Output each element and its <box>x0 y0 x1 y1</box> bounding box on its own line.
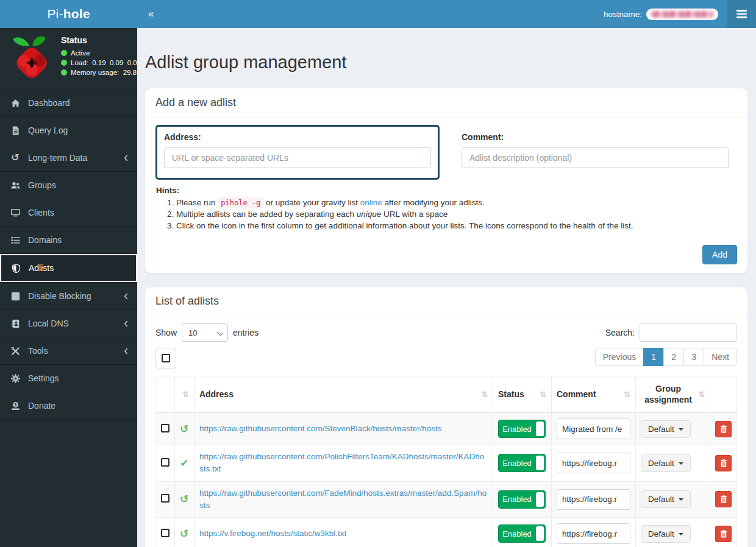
pagination-page-1[interactable]: 1 <box>643 348 664 366</box>
column-label: Group assignment <box>641 384 696 405</box>
list-health-cell[interactable]: ✔ <box>175 445 194 482</box>
row-comment-input[interactable] <box>557 418 630 439</box>
sidebar-item-local-dns[interactable]: Local DNS <box>0 310 137 337</box>
redaction-blur <box>651 11 713 18</box>
column-header-icon[interactable]: ⇅ <box>175 376 194 413</box>
pihole-app: Pi-hole « hostname: <box>0 0 756 547</box>
caret-down-icon <box>679 498 683 501</box>
list-health-cell[interactable]: ↺ <box>175 481 194 518</box>
row-checkbox[interactable] <box>161 494 169 503</box>
comment-label: Comment: <box>462 132 729 142</box>
address-book-icon <box>9 319 21 328</box>
pagination-page-3[interactable]: 3 <box>683 348 704 366</box>
group-assignment-dropdown[interactable]: Default <box>641 420 691 438</box>
status-toggle-enabled[interactable]: Enabled <box>498 524 546 543</box>
group-assignment-dropdown[interactable]: Default <box>641 454 691 472</box>
status-memory: Memory usage: 29.8 % <box>61 69 137 76</box>
top-navbar: Pi-hole « hostname: <box>0 0 756 28</box>
file-icon <box>9 126 21 135</box>
status-active: Active <box>61 49 137 57</box>
sidebar-item-domains[interactable]: Domains <box>0 227 137 254</box>
status-toggle-enabled[interactable]: Enabled <box>498 454 546 472</box>
sidebar-item-groups[interactable]: Groups <box>0 172 137 199</box>
row-checkbox[interactable] <box>161 458 169 467</box>
pagination-next[interactable]: Next <box>704 348 737 366</box>
column-header-del <box>710 376 737 413</box>
sidebar-item-adlists[interactable]: Adlists <box>0 254 137 283</box>
sort-icon[interactable]: ⇅ <box>481 390 488 399</box>
column-header-group-assignment[interactable]: Group assignment⇅ <box>636 376 710 413</box>
delete-row-button[interactable] <box>715 491 732 507</box>
svg-text:$: $ <box>14 402 16 407</box>
sidebar-item-disable-blocking[interactable]: Disable Blocking <box>0 283 137 310</box>
status-toggle-enabled[interactable]: Enabled <box>498 490 546 509</box>
sidebar-item-query-log[interactable]: Query Log <box>0 117 137 144</box>
sidebar-item-label: Groups <box>28 180 56 190</box>
sidebar-item-settings[interactable]: Settings <box>0 365 137 392</box>
adlist-table: ⇅Address⇅Status⇅Comment⇅Group assignment… <box>155 376 737 547</box>
list-health-cell[interactable]: ↺ <box>175 518 194 547</box>
adlist-address-link[interactable]: https://v.firebog.net/hosts/static/w3kbl… <box>199 529 346 538</box>
row-comment-input[interactable] <box>557 523 630 544</box>
delete-row-button[interactable] <box>715 526 732 542</box>
page-length-select[interactable]: 10 <box>182 323 228 342</box>
adlist-table-row: ✔ https://raw.githubusercontent.com/Poli… <box>156 445 737 482</box>
sort-icon[interactable]: ⇅ <box>698 390 705 399</box>
adlist-address-link[interactable]: https://raw.githubusercontent.com/Steven… <box>199 424 442 433</box>
row-comment-input[interactable] <box>557 489 630 510</box>
table-secondary-row: Previous123Next <box>145 342 747 376</box>
sidebar: Status Active Load: 0.19 0.09 0.02 Memor… <box>0 28 137 547</box>
online-link[interactable]: online <box>360 198 382 207</box>
history-icon[interactable]: ↺ <box>180 423 188 435</box>
sidebar-item-clients[interactable]: Clients <box>0 199 137 227</box>
row-comment-input[interactable] <box>557 453 630 473</box>
sort-icon[interactable]: ⇅ <box>182 390 189 399</box>
search-input[interactable] <box>640 323 737 342</box>
delete-row-button[interactable] <box>715 421 732 437</box>
add-button[interactable]: Add <box>702 245 737 264</box>
column-label: Comment <box>557 389 596 400</box>
history-icon[interactable]: ↺ <box>180 493 188 505</box>
status-toggle-label: Enabled <box>502 529 532 538</box>
comment-field-group: Comment: <box>453 125 737 180</box>
adlist-address-link[interactable]: https://raw.githubusercontent.com/FadeMi… <box>199 489 487 510</box>
adlist-address-link[interactable]: https://raw.githubusercontent.com/Polish… <box>199 452 484 473</box>
check-icon[interactable]: ✔ <box>180 457 188 469</box>
address-field-highlight: Address: <box>155 125 440 180</box>
pagination-page-2[interactable]: 2 <box>663 348 684 366</box>
hamburger-menu-icon[interactable] <box>727 0 756 28</box>
caret-down-icon <box>679 462 683 465</box>
comment-input[interactable] <box>462 147 729 168</box>
delete-row-button[interactable] <box>715 455 732 471</box>
sidebar-item-donate[interactable]: $ Donate <box>0 392 137 420</box>
column-header-status[interactable]: Status⇅ <box>493 376 552 413</box>
group-assignment-dropdown[interactable]: Default <box>641 525 691 543</box>
row-checkbox[interactable] <box>161 424 169 432</box>
sidebar-item-tools[interactable]: Tools <box>0 337 137 365</box>
pagination-previous[interactable]: Previous <box>595 348 644 366</box>
hint-item: Click on the icon in the first column to… <box>176 221 736 230</box>
group-assignment-value: Default <box>648 459 674 468</box>
group-assignment-dropdown[interactable]: Default <box>641 490 691 508</box>
group-assignment-value: Default <box>648 495 674 504</box>
column-header-comment[interactable]: Comment⇅ <box>552 376 636 413</box>
history-icon[interactable]: ↺ <box>180 528 188 540</box>
status-toggle-enabled[interactable]: Enabled <box>498 420 546 438</box>
brand-bold: hole <box>63 7 90 21</box>
address-input[interactable] <box>164 147 431 168</box>
row-checkbox[interactable] <box>161 529 169 537</box>
select-all-checkbox[interactable] <box>162 354 170 362</box>
status-dot-icon <box>61 60 67 66</box>
sidebar-item-dashboard[interactable]: Dashboard <box>0 90 137 117</box>
column-header-address[interactable]: Address⇅ <box>194 376 493 413</box>
sidebar-collapse-icon[interactable]: « <box>137 0 165 28</box>
adlist-table-row: ↺ https://v.firebog.net/hosts/static/w3k… <box>156 518 737 547</box>
trash-icon <box>720 425 727 433</box>
list-health-cell[interactable]: ↺ <box>175 413 194 445</box>
sort-icon[interactable]: ⇅ <box>540 390 546 399</box>
sidebar-item-long-term-data[interactable]: ↺ Long-term Data <box>0 144 137 172</box>
sort-icon[interactable]: ⇅ <box>624 390 630 399</box>
brand-logo[interactable]: Pi-hole <box>0 0 137 28</box>
column-header-check <box>156 376 175 413</box>
select-all-button[interactable] <box>155 348 176 369</box>
